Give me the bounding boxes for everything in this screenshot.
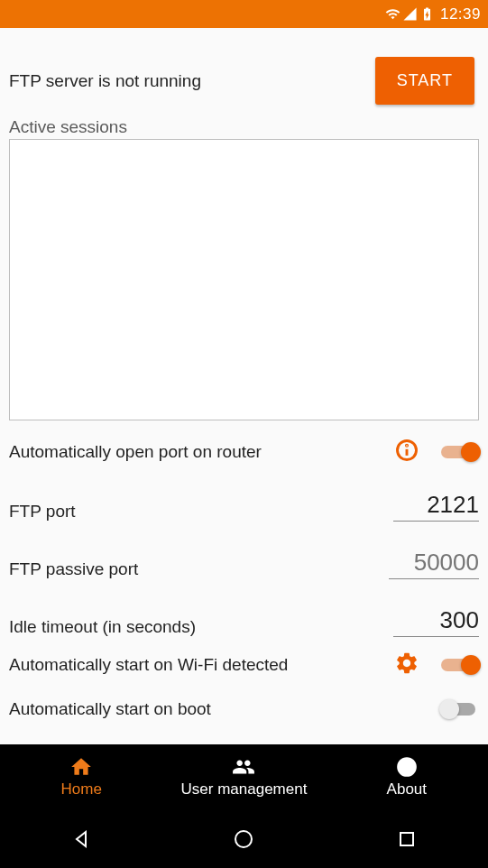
users-icon bbox=[232, 755, 255, 779]
home-icon bbox=[69, 755, 93, 779]
status-time: 12:39 bbox=[440, 5, 481, 23]
main-content: FTP server is not running START Active s… bbox=[0, 46, 488, 744]
nav-home-label: Home bbox=[60, 780, 101, 799]
auto-start-wifi-toggle[interactable] bbox=[441, 654, 479, 676]
cellular-icon bbox=[402, 6, 418, 22]
recent-apps-button[interactable] bbox=[380, 821, 434, 857]
ftp-passive-port-label: FTP passive port bbox=[9, 559, 389, 579]
info-circle-icon bbox=[395, 755, 419, 779]
ftp-passive-port-input[interactable] bbox=[389, 549, 479, 579]
ftp-port-input[interactable] bbox=[393, 491, 479, 522]
wifi-icon bbox=[385, 6, 401, 22]
auto-start-boot-toggle[interactable] bbox=[441, 698, 479, 720]
idle-timeout-label: Idle timeout (in seconds) bbox=[9, 617, 393, 637]
gear-icon[interactable] bbox=[394, 651, 419, 679]
nav-home[interactable]: Home bbox=[0, 744, 162, 809]
home-button[interactable] bbox=[216, 821, 271, 857]
battery-charging-icon bbox=[419, 6, 435, 22]
nav-user-management-label: User management bbox=[181, 780, 308, 799]
nav-about[interactable]: About bbox=[326, 744, 488, 809]
active-sessions-box bbox=[9, 139, 479, 420]
svg-point-2 bbox=[406, 445, 407, 446]
back-button[interactable] bbox=[54, 821, 108, 857]
auto-start-boot-label: Automatically start on boot bbox=[9, 699, 425, 719]
auto-start-wifi-label: Automatically start on Wi-Fi detected bbox=[9, 655, 389, 675]
system-nav bbox=[0, 809, 488, 868]
toolbar-space bbox=[0, 28, 488, 46]
active-sessions-label: Active sessions bbox=[9, 117, 479, 137]
auto-open-port-label: Automatically open port on router bbox=[9, 442, 389, 462]
server-status-label: FTP server is not running bbox=[9, 71, 201, 91]
auto-open-port-toggle[interactable] bbox=[441, 441, 479, 463]
svg-point-5 bbox=[406, 762, 408, 763]
info-icon[interactable] bbox=[394, 438, 419, 466]
idle-timeout-input[interactable] bbox=[393, 606, 479, 637]
nav-about-label: About bbox=[387, 780, 427, 799]
ftp-port-label: FTP port bbox=[9, 502, 393, 522]
svg-point-6 bbox=[235, 831, 252, 847]
bottom-nav: Home User management About bbox=[0, 744, 488, 809]
nav-user-management[interactable]: User management bbox=[162, 744, 325, 809]
svg-rect-7 bbox=[401, 833, 413, 845]
start-button[interactable]: START bbox=[375, 57, 474, 105]
status-bar: 12:39 bbox=[0, 0, 488, 28]
